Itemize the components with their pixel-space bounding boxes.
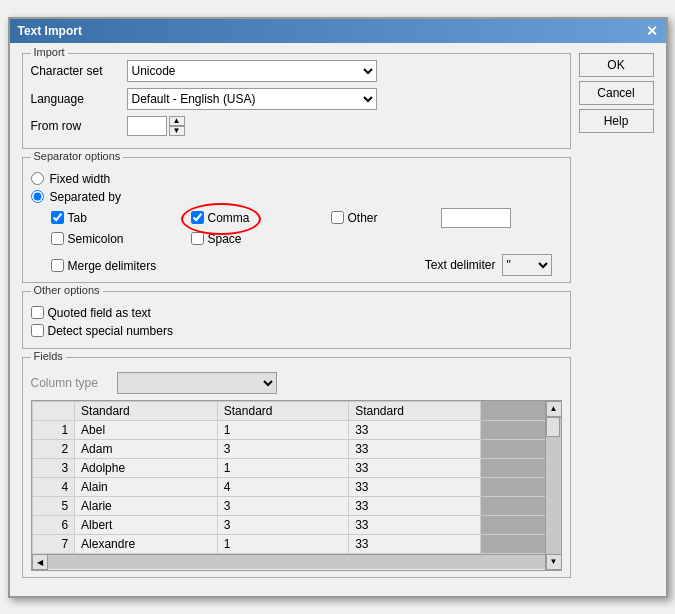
text-delimiter-label: Text delimiter — [425, 258, 496, 272]
from-row-input[interactable]: 1 — [127, 116, 167, 136]
row-num: 2 — [32, 439, 75, 458]
close-button[interactable]: ✕ — [646, 23, 658, 39]
row-col2: 3 — [217, 515, 348, 534]
character-set-label: Character set — [31, 64, 121, 78]
import-section: Import Character set Unicode Language De… — [22, 53, 571, 149]
row-col1: Abel — [75, 420, 218, 439]
row-num: 5 — [32, 496, 75, 515]
main-content: Import Character set Unicode Language De… — [22, 53, 571, 586]
row-num: 7 — [32, 534, 75, 553]
vertical-scrollbar[interactable]: ▲ ▼ — [545, 401, 561, 570]
row-col1: Alarie — [75, 496, 218, 515]
side-buttons: OK Cancel Help — [579, 53, 654, 586]
from-row-spinner: ▲ ▼ — [169, 116, 185, 136]
tab-label: Tab — [68, 211, 87, 225]
semicolon-checkbox-item: Semicolon — [51, 232, 161, 246]
row-col2: 1 — [217, 534, 348, 553]
row-col1: Alexandre — [75, 534, 218, 553]
other-options-title: Other options — [31, 284, 103, 296]
scroll-down-arrow[interactable]: ▼ — [546, 554, 562, 570]
comma-label: Comma — [208, 211, 250, 225]
fixed-width-row: Fixed width — [31, 172, 562, 186]
tab-checkbox[interactable] — [51, 211, 64, 224]
spin-up-button[interactable]: ▲ — [169, 116, 185, 126]
row-col3: 33 — [349, 420, 480, 439]
character-set-select[interactable]: Unicode — [127, 60, 377, 82]
text-import-dialog: Text Import ✕ Import Character set Unico… — [8, 17, 668, 598]
merge-delimiters-checkbox[interactable] — [51, 259, 64, 272]
merge-delimiters-item: Merge delimiters — [51, 259, 157, 273]
language-row: Language Default - English (USA) — [31, 88, 562, 110]
separated-by-radio[interactable] — [31, 190, 44, 203]
merge-label: Merge delimiters — [68, 259, 157, 273]
row-col2: 4 — [217, 477, 348, 496]
header-col1: Standard — [75, 401, 218, 420]
semicolon-checkbox[interactable] — [51, 232, 64, 245]
character-set-row: Character set Unicode — [31, 60, 562, 82]
dialog-title: Text Import — [18, 24, 82, 38]
row-num: 1 — [32, 420, 75, 439]
other-label: Other — [348, 211, 378, 225]
row-col3: 33 — [349, 515, 480, 534]
scroll-track-h — [48, 555, 545, 569]
table-row: 1 Abel 1 33 — [32, 420, 560, 439]
table-wrapper[interactable]: Standard Standard Standard 1 Abel 1 33 — [32, 401, 561, 554]
quoted-field-checkbox[interactable] — [31, 306, 44, 319]
language-label: Language — [31, 92, 121, 106]
table-row: 6 Albert 3 33 — [32, 515, 560, 534]
text-delimiter-row: Text delimiter " — [425, 254, 552, 276]
row-num: 4 — [32, 477, 75, 496]
detect-numbers-checkbox[interactable] — [31, 324, 44, 337]
header-col2: Standard — [217, 401, 348, 420]
from-row-row: From row 1 ▲ ▼ — [31, 116, 562, 136]
column-type-label: Column type — [31, 376, 111, 390]
separator-section-title: Separator options — [31, 150, 124, 162]
quoted-field-item: Quoted field as text — [31, 306, 562, 320]
header-row-num — [32, 401, 75, 420]
row-col1: Adolphe — [75, 458, 218, 477]
fields-section-title: Fields — [31, 350, 66, 362]
data-table-container: Standard Standard Standard 1 Abel 1 33 — [31, 400, 562, 571]
column-type-row: Column type — [31, 372, 562, 394]
horizontal-scrollbar[interactable]: ◀ ▶ — [32, 554, 561, 570]
ok-button[interactable]: OK — [579, 53, 654, 77]
scroll-up-arrow[interactable]: ▲ — [546, 401, 562, 417]
cancel-button[interactable]: Cancel — [579, 81, 654, 105]
row-col2: 1 — [217, 458, 348, 477]
other-text-input[interactable] — [441, 208, 511, 228]
comma-checkbox[interactable] — [191, 211, 204, 224]
fixed-width-radio[interactable] — [31, 172, 44, 185]
row-col2: 3 — [217, 439, 348, 458]
row-col3: 33 — [349, 458, 480, 477]
row-col3: 33 — [349, 477, 480, 496]
other-checkbox-item: Other — [331, 211, 411, 225]
tab-checkbox-item: Tab — [51, 211, 161, 225]
text-delimiter-select[interactable]: " — [502, 254, 552, 276]
language-select[interactable]: Default - English (USA) — [127, 88, 377, 110]
separated-by-label: Separated by — [50, 190, 121, 204]
spin-down-button[interactable]: ▼ — [169, 126, 185, 136]
header-col3: Standard — [349, 401, 480, 420]
row-col1: Albert — [75, 515, 218, 534]
from-row-label: From row — [31, 119, 121, 133]
row-col3: 33 — [349, 439, 480, 458]
separated-by-row: Separated by — [31, 190, 562, 204]
space-checkbox[interactable] — [191, 232, 204, 245]
row-num: 3 — [32, 458, 75, 477]
other-checkbox[interactable] — [331, 211, 344, 224]
data-table: Standard Standard Standard 1 Abel 1 33 — [32, 401, 561, 554]
column-type-select[interactable] — [117, 372, 277, 394]
import-section-title: Import — [31, 46, 68, 58]
row-col3: 33 — [349, 496, 480, 515]
space-label: Space — [208, 232, 242, 246]
row-col3: 33 — [349, 534, 480, 553]
fixed-width-label: Fixed width — [50, 172, 111, 186]
semicolon-label: Semicolon — [68, 232, 124, 246]
table-row: 7 Alexandre 1 33 — [32, 534, 560, 553]
table-row: 5 Alarie 3 33 — [32, 496, 560, 515]
row-col2: 1 — [217, 420, 348, 439]
separator-section: Separator options Fixed width Separated … — [22, 157, 571, 283]
scroll-left-arrow[interactable]: ◀ — [32, 554, 48, 570]
help-button[interactable]: Help — [579, 109, 654, 133]
title-bar: Text Import ✕ — [10, 19, 666, 43]
